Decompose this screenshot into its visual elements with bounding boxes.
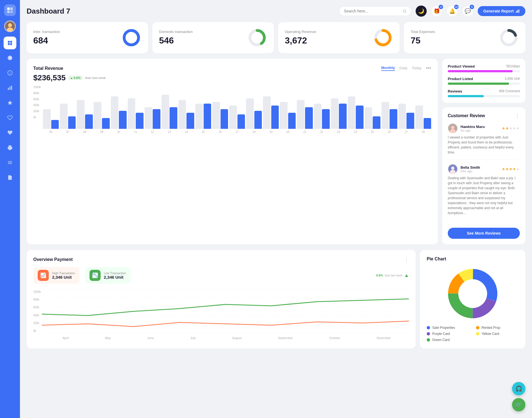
- stat-value-2: 3,672: [285, 35, 316, 46]
- bar-blue-19: [373, 116, 380, 129]
- gifts-icon-btn[interactable]: 🎁 2: [431, 6, 442, 17]
- bar-gray-5: [128, 98, 135, 129]
- bar-gray-13: [263, 96, 271, 129]
- sidebar-item-analytics[interactable]: [4, 81, 16, 94]
- revenue-card-title: Total Revenue: [33, 66, 63, 71]
- bar-blue-3: [102, 118, 110, 129]
- legend-purple-card: Purple Card: [427, 332, 469, 336]
- sidebar-item-print[interactable]: [4, 141, 16, 154]
- low-txn-label: Low Transaction: [104, 271, 126, 275]
- sidebar-item-menu[interactable]: [4, 156, 16, 169]
- messages-icon-btn[interactable]: 💬 5: [462, 6, 473, 17]
- bar-blue-11: [237, 114, 245, 129]
- x-label-0: 06: [43, 130, 59, 134]
- low-txn-pct: 0.8% than last week ▲: [376, 267, 409, 284]
- chart-icon: [515, 9, 520, 13]
- donut-chart-3: [499, 28, 519, 48]
- donut-chart-0: [121, 28, 141, 48]
- stat-value-0: 684: [33, 35, 60, 46]
- sidebar-item-dashboard[interactable]: [4, 37, 16, 49]
- reviewer-name-0: Hawkins Maru: [461, 125, 485, 129]
- tab-daily[interactable]: Daily: [399, 66, 407, 71]
- x-label-5: 11: [128, 130, 144, 134]
- bar-chart: [43, 90, 431, 129]
- bar-group-8: [178, 100, 194, 129]
- x-label-12: 18: [246, 130, 262, 134]
- revenue-up-badge: ▲ 0.8%: [68, 76, 83, 80]
- svg-rect-10: [10, 43, 12, 45]
- bar-group-1: [60, 104, 76, 129]
- progress-bar-0: [448, 70, 520, 72]
- sidebar-item-wishlist[interactable]: [4, 111, 16, 124]
- pie-chart-svg: [445, 266, 500, 321]
- bar-group-18: [348, 96, 364, 129]
- reviews-title: Customer Review: [448, 113, 485, 118]
- dark-mode-toggle[interactable]: 🌙: [416, 6, 427, 17]
- metric-product-viewed: Product Viewed 561/days: [448, 64, 520, 72]
- sidebar-item-settings[interactable]: [4, 52, 16, 64]
- x-label-9: 15: [195, 130, 211, 134]
- metric-product-listed: Product Listed 3,456 Unit: [448, 77, 520, 85]
- x-label-17: 23: [331, 130, 347, 134]
- x-label-7: 13: [162, 130, 177, 134]
- x-label-14: 20: [280, 130, 296, 134]
- svg-rect-22: [517, 10, 518, 13]
- bar-group-19: [365, 107, 380, 129]
- reviews-more-btn[interactable]: ⋮: [515, 113, 520, 119]
- line-chart-container: 1000k800k600k400k200k0k: [33, 289, 409, 340]
- tab-monthly[interactable]: Monthly: [381, 66, 395, 71]
- svg-rect-0: [7, 7, 10, 10]
- bar-group-21: [398, 104, 414, 129]
- generate-report-button[interactable]: Generate Report: [478, 6, 525, 16]
- sidebar-item-favorites[interactable]: [4, 96, 16, 109]
- header: Dashboard 7 🌙 🎁 2 🔔 12 💬 5 Generate Repo…: [27, 6, 525, 17]
- x-label-20: 26: [382, 130, 397, 134]
- sidebar-item-info[interactable]: [4, 66, 16, 79]
- overview-more-btn[interactable]: ⋮: [404, 257, 409, 263]
- legend-yellow-card: Yellow Card: [476, 332, 519, 336]
- bar-gray-17: [331, 98, 339, 129]
- stat-card-domestic-transaction: Domestic transaction 546: [152, 22, 274, 53]
- bar-blue-17: [339, 104, 347, 129]
- bar-gray-22: [415, 106, 423, 129]
- bar-gray-3: [94, 102, 101, 129]
- tab-today[interactable]: Today: [412, 66, 421, 71]
- see-more-reviews-button[interactable]: See More Reviews: [448, 228, 520, 239]
- cart-float-btn[interactable]: 🛒: [512, 398, 525, 411]
- low-transaction-badge: 📉 Low Transaction 2,346 Unit: [85, 267, 131, 284]
- bar-group-15: [297, 100, 313, 129]
- line-chart-y-axis: 1000k800k600k400k200k0k: [33, 289, 41, 334]
- bar-gray-8: [178, 100, 186, 129]
- x-label-11: 17: [229, 130, 245, 134]
- bar-group-5: [128, 98, 144, 129]
- search-box[interactable]: [339, 6, 411, 16]
- bar-group-10: [212, 102, 228, 129]
- bar-group-3: [94, 102, 109, 129]
- progress-bar-2: [448, 95, 520, 97]
- sidebar-logo[interactable]: [4, 4, 16, 16]
- bar-group-13: [263, 96, 279, 129]
- pie-chart-card: Pie Chart Sale Properties: [420, 250, 525, 348]
- svg-rect-23: [518, 9, 519, 13]
- notifications-icon-btn[interactable]: 🔔 12: [447, 6, 458, 17]
- bar-gray-20: [382, 102, 389, 129]
- bar-group-2: [77, 100, 93, 129]
- sidebar-avatar[interactable]: [4, 20, 16, 32]
- sidebar-item-reports[interactable]: [4, 171, 16, 184]
- svg-point-5: [8, 23, 12, 27]
- x-label-13: 19: [263, 130, 279, 134]
- high-txn-icon: 📈: [38, 270, 49, 281]
- bar-blue-4: [119, 111, 127, 129]
- revenue-more-button[interactable]: •••: [426, 65, 431, 71]
- sidebar-item-liked[interactable]: [4, 126, 16, 139]
- stat-label-0: Inter. transaction: [33, 30, 60, 34]
- reviewer-time-1: 20m ago: [461, 170, 480, 173]
- middle-row: Total Revenue Monthly Daily Today ••• $2…: [27, 59, 525, 244]
- svg-point-37: [451, 166, 454, 170]
- stats-row: Inter. transaction 684 Domestic transact…: [27, 22, 525, 53]
- search-input[interactable]: [344, 9, 400, 13]
- bar-gray-16: [314, 104, 322, 129]
- support-float-btn[interactable]: 🎧: [512, 382, 525, 395]
- bar-blue-14: [288, 113, 296, 129]
- main-content: Dashboard 7 🌙 🎁 2 🔔 12 💬 5 Generate Repo…: [20, 0, 532, 418]
